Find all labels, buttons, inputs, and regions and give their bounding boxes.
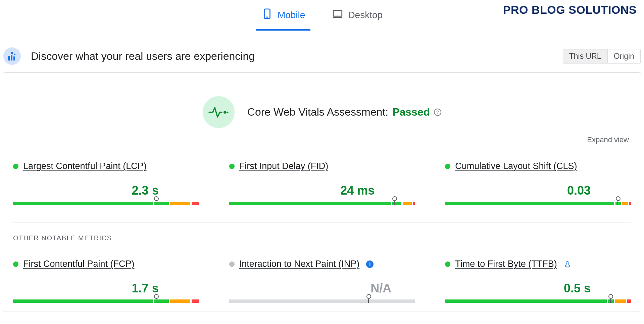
- metric-lcp: Largest Contentful Paint (LCP)2.3 s: [13, 161, 199, 205]
- bar-segment: [192, 202, 199, 205]
- metric-value: N/A: [229, 281, 415, 295]
- metric-name-link[interactable]: First Input Delay (FID): [239, 161, 329, 171]
- bar-segment: [445, 202, 614, 205]
- pulse-icon: [203, 96, 235, 128]
- metric-value: 0.03: [445, 184, 631, 198]
- page-title: Discover what your real users are experi…: [31, 50, 255, 63]
- bar-segment: [403, 202, 412, 205]
- distribution-bar: [13, 299, 199, 303]
- metric-value: 0.5 s: [445, 281, 631, 295]
- status-dot: [229, 261, 235, 267]
- divider: [13, 222, 631, 223]
- metric-name-link[interactable]: Largest Contentful Paint (LCP): [23, 161, 147, 171]
- metric-inp: Interaction to Next Paint (INP)iN/A: [229, 259, 415, 303]
- distribution-bar: [229, 202, 415, 205]
- help-icon[interactable]: ?: [434, 109, 441, 116]
- other-metrics-grid: First Contentful Paint (FCP)1.7 sInterac…: [13, 259, 631, 303]
- tab-mobile[interactable]: Mobile: [258, 2, 308, 31]
- assessment-prefix: Core Web Vitals Assessment:: [247, 106, 388, 118]
- metric-value: 1.7 s: [13, 281, 199, 295]
- core-metrics-grid: Largest Contentful Paint (LCP)2.3 sFirst…: [13, 161, 631, 205]
- expand-view-link[interactable]: Expand view: [13, 135, 629, 144]
- metric-name-link[interactable]: Interaction to Next Paint (INP): [239, 259, 360, 269]
- bar-segment: [608, 299, 613, 303]
- status-dot: [13, 261, 18, 267]
- svg-point-5: [14, 54, 15, 55]
- svg-point-4: [11, 52, 13, 54]
- metric-name-link[interactable]: Cumulative Layout Shift (CLS): [455, 161, 577, 171]
- bar-segment: [413, 202, 415, 205]
- metric-value: 2.3 s: [13, 184, 199, 198]
- scope-origin[interactable]: Origin: [607, 49, 640, 63]
- bar-segment: [13, 299, 153, 303]
- svg-rect-2: [334, 10, 342, 16]
- distribution-bar: [13, 202, 199, 205]
- metric-cls: Cumulative Layout Shift (CLS)0.03: [445, 161, 631, 205]
- bar-segment: [170, 202, 190, 205]
- bar-segment: [154, 202, 169, 205]
- bar-segment: [229, 299, 415, 303]
- tab-desktop[interactable]: Desktop: [329, 2, 386, 31]
- svg-rect-6: [8, 56, 10, 60]
- status-dot: [445, 164, 450, 169]
- flask-icon: [564, 260, 571, 268]
- bar-segment: [192, 299, 199, 303]
- bar-segment: [229, 202, 391, 205]
- assessment-text: Core Web Vitals Assessment: Passed ?: [247, 106, 441, 118]
- section-other-label: OTHER NOTABLE METRICS: [13, 234, 631, 242]
- distribution-bar: [445, 299, 631, 303]
- device-tabs: Mobile Desktop: [258, 2, 386, 31]
- info-icon[interactable]: i: [366, 260, 374, 268]
- tab-desktop-label: Desktop: [348, 10, 383, 21]
- metric-name-link[interactable]: First Contentful Paint (FCP): [23, 259, 135, 269]
- bar-segment: [392, 202, 401, 205]
- bar-segment: [629, 202, 631, 205]
- crux-icon: [3, 47, 21, 65]
- bar-segment: [615, 202, 621, 205]
- field-data-panel: Core Web Vitals Assessment: Passed ? Exp…: [3, 72, 641, 312]
- tab-mobile-label: Mobile: [278, 10, 305, 21]
- status-dot: [13, 164, 18, 169]
- metric-fid: First Input Delay (FID)24 ms: [229, 161, 415, 205]
- bar-segment: [13, 202, 153, 205]
- metric-name-link[interactable]: Time to First Byte (TTFB): [455, 259, 557, 269]
- distribution-bar: [229, 299, 415, 303]
- distribution-bar: [445, 202, 631, 205]
- metric-value: 24 ms: [229, 184, 415, 198]
- bar-segment: [170, 299, 190, 303]
- metric-fcp: First Contentful Paint (FCP)1.7 s: [13, 259, 199, 303]
- metric-ttfb: Time to First Byte (TTFB)0.5 s: [445, 259, 631, 303]
- svg-rect-7: [11, 55, 12, 60]
- scope-toggle: This URL Origin: [563, 49, 641, 64]
- svg-rect-8: [13, 56, 15, 60]
- desktop-icon: [332, 8, 343, 22]
- bar-segment: [615, 299, 626, 303]
- brand-logo: PRO BLOG SOLUTIONS: [503, 3, 637, 16]
- bar-segment: [627, 299, 631, 303]
- bar-segment: [445, 299, 607, 303]
- status-dot: [229, 164, 235, 169]
- status-dot: [445, 261, 450, 267]
- svg-point-9: [224, 111, 226, 114]
- bar-segment: [622, 202, 628, 205]
- scope-this-url[interactable]: This URL: [563, 49, 607, 63]
- mobile-icon: [261, 8, 273, 22]
- assessment-status: Passed: [392, 106, 430, 118]
- bar-segment: [154, 299, 169, 303]
